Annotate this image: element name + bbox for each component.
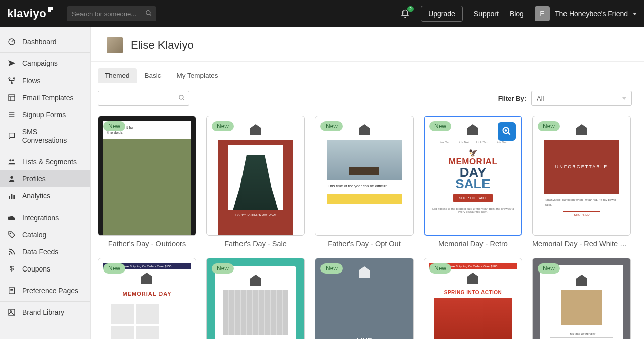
top-bar: klaviyo 2 Upgrade Support Blog E The Hon… — [0, 0, 644, 27]
tabs-row: Themed Basic My Templates — [91, 62, 644, 88]
profile-header: Elise Klaviyo — [91, 27, 644, 61]
template-card: New Free Shipping On Orders Over $100 SP… — [424, 258, 522, 339]
feed-icon — [7, 248, 16, 256]
svg-point-0 — [146, 11, 150, 15]
tag-icon — [7, 231, 16, 239]
sidebar-item-flows[interactable]: Flows — [0, 72, 90, 89]
template-grid: New Let's hear it for the dads Father's … — [91, 115, 644, 339]
svg-rect-6 — [9, 95, 15, 101]
svg-point-4 — [13, 78, 15, 79]
tab-themed[interactable]: Themed — [98, 68, 137, 83]
sidebar-divider — [0, 301, 90, 302]
sidebar-item-data-feeds[interactable]: Data Feeds — [0, 243, 90, 260]
new-badge: New — [212, 263, 234, 274]
brand-icon — [141, 273, 152, 284]
thumb-text: SHOP THE SALE — [453, 194, 493, 202]
template-title: Memorial Day - Retro — [424, 236, 522, 248]
thumb-text: HAPPY FATHER'S DAY DAD! — [223, 213, 288, 216]
thumb-text: This time of the year can be difficult. — [320, 180, 408, 189]
svg-point-13 — [12, 159, 14, 161]
sidebar-item-lists-segments[interactable]: Lists & Segments — [0, 153, 90, 170]
toolbar-row: Filter By: All — [91, 88, 644, 115]
thumb-text: MEMORIAL DAY — [103, 291, 191, 297]
template-thumbnail[interactable]: New LIVELIFE — [315, 258, 414, 339]
template-thumbnail[interactable]: New Let's hear it for the dads — [98, 116, 196, 236]
svg-rect-15 — [9, 196, 10, 199]
template-card: New UNFORGETTABLE I always feel confiden… — [532, 116, 631, 248]
support-link[interactable]: Support — [474, 10, 499, 18]
sidebar-item-email-templates[interactable]: Email Templates — [0, 89, 90, 106]
template-thumbnail[interactable]: New HAPPY FATHER'S DAY DAD! View Father'… — [206, 116, 305, 236]
thumb-text: LIVE — [356, 336, 372, 339]
tab-basic[interactable]: Basic — [138, 68, 169, 83]
template-thumbnail[interactable]: New Looking for a new keyboard or switch… — [206, 258, 305, 339]
template-thumbnail[interactable]: New Link TextLink TextLink TextLink Text… — [424, 116, 522, 236]
blog-link[interactable]: Blog — [510, 10, 524, 18]
sidebar-item-coupons[interactable]: Coupons — [0, 260, 90, 278]
profile-avatar — [107, 37, 123, 53]
page-icon — [7, 287, 16, 295]
thumb-text: SHOP RED — [563, 211, 600, 218]
filter-select[interactable]: All — [531, 91, 632, 106]
filter-selected-value: All — [537, 95, 544, 102]
brand-logo-mark — [48, 7, 53, 12]
svg-point-14 — [10, 176, 13, 179]
template-thumbnail[interactable]: New Free Shipping On Orders Over $100 SP… — [424, 258, 522, 339]
brand-icon — [359, 124, 370, 135]
main-content: Elise Klaviyo Themed Basic My Templates … — [91, 27, 644, 339]
sidebar-item-label: Campaigns — [22, 59, 58, 67]
notifications-button[interactable]: 2 — [400, 9, 410, 18]
svg-line-28 — [508, 133, 510, 135]
new-badge: New — [538, 121, 560, 131]
account-menu[interactable]: E The Honeybee's Friend — [535, 6, 637, 21]
template-title: Memorial Day - Red White &… — [532, 236, 631, 248]
global-search — [67, 6, 156, 21]
template-title: Father's Day - Outdoors — [98, 236, 196, 248]
template-card: New Free Shipping On Orders Over $150 ME… — [98, 258, 196, 339]
global-search-input[interactable] — [67, 6, 156, 21]
sidebar-item-label: Catalog — [22, 231, 46, 239]
svg-point-19 — [9, 253, 10, 255]
chevron-down-icon — [622, 97, 626, 100]
sidebar-item-label: Profiles — [22, 175, 46, 183]
new-badge: New — [538, 263, 560, 274]
avatar: E — [535, 6, 550, 21]
thumb-text: UNFORGETTABLE — [555, 164, 608, 169]
template-thumbnail[interactable]: New This time of the year can be difficu… — [315, 116, 414, 236]
brand-logo[interactable]: klaviyo — [7, 7, 53, 20]
sidebar-item-catalog[interactable]: Catalog — [0, 226, 90, 243]
sidebar-item-dashboard[interactable]: Dashboard — [0, 33, 90, 50]
cloud-icon — [7, 214, 16, 222]
sidebar-item-analytics[interactable]: Analytics — [0, 187, 90, 205]
chevron-down-icon — [633, 13, 637, 15]
brand-icon — [467, 273, 478, 284]
sidebar-item-brand-library[interactable]: Brand Library — [0, 304, 90, 321]
sidebar-item-signup-forms[interactable]: Signup Forms — [0, 106, 90, 123]
sidebar-item-profiles[interactable]: Profiles — [0, 170, 90, 187]
sidebar-item-label: Coupons — [22, 265, 50, 273]
template-thumbnail[interactable]: New Free Shipping On Orders Over $150 ME… — [98, 258, 196, 339]
sidebar-item-campaigns[interactable]: Campaigns — [0, 55, 90, 72]
tab-my-templates[interactable]: My Templates — [170, 68, 225, 83]
sidebar-item-sms-conversations[interactable]: SMS Conversations — [0, 123, 90, 149]
sidebar-item-integrations[interactable]: Integrations — [0, 209, 90, 226]
sidebar-item-label: Email Templates — [22, 94, 73, 102]
zoom-preview-button[interactable] — [498, 122, 516, 141]
new-badge: New — [103, 121, 125, 131]
template-thumbnail[interactable]: New UNFORGETTABLE I always feel confiden… — [532, 116, 631, 236]
notifications-badge: 2 — [407, 6, 414, 12]
zoom-in-icon — [502, 126, 512, 137]
svg-point-12 — [9, 159, 11, 161]
svg-rect-17 — [13, 195, 15, 199]
sidebar-item-preference-pages[interactable]: Preference Pages — [0, 282, 90, 299]
thumb-text: SALE — [429, 178, 517, 190]
template-thumbnail[interactable]: New This time of the year — [532, 258, 631, 339]
upgrade-button[interactable]: Upgrade — [421, 6, 463, 22]
account-name: The Honeybee's Friend — [555, 10, 628, 18]
thumb-text: Get access to the biggest sale of the ye… — [429, 207, 517, 213]
sidebar-divider — [0, 151, 90, 151]
template-card: New This time of the year — [532, 258, 631, 339]
send-icon — [7, 59, 16, 67]
sidebar-item-label: Dashboard — [22, 38, 57, 46]
template-search-input[interactable] — [98, 91, 189, 105]
